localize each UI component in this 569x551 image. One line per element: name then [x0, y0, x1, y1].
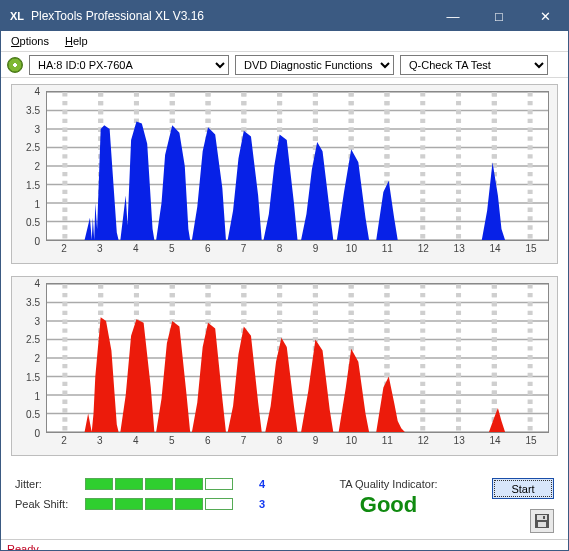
jitter-value: 4 — [245, 478, 265, 490]
chart-top: 00.511.522.533.54 23456789101112131415 — [11, 84, 558, 264]
toolbar: HA:8 ID:0 PX-760A DVD Diagnostic Functio… — [1, 52, 568, 78]
charts-area: 00.511.522.533.54 23456789101112131415 0… — [1, 78, 568, 456]
svg-rect-67 — [537, 515, 547, 520]
peak-label: Peak Shift: — [15, 498, 85, 510]
plot-bottom — [46, 283, 549, 433]
start-button[interactable]: Start — [492, 478, 554, 499]
window-title: PlexTools Professional XL V3.16 — [31, 9, 430, 23]
svg-rect-68 — [538, 522, 546, 527]
metrics: Jitter: 4 Peak Shift: 3 — [15, 478, 265, 510]
menu-help[interactable]: Help — [61, 33, 92, 49]
close-button[interactable]: ✕ — [522, 1, 568, 31]
ta-label: TA Quality Indicator: — [339, 478, 437, 490]
ta-indicator: TA Quality Indicator: Good — [285, 478, 492, 518]
ta-value: Good — [360, 492, 417, 518]
bottom-panel: Jitter: 4 Peak Shift: 3 TA Quality Indic… — [1, 468, 568, 539]
disc-icon — [7, 57, 23, 73]
floppy-icon — [534, 513, 550, 529]
chart-bottom: 00.511.522.533.54 23456789101112131415 — [11, 276, 558, 456]
peak-bar — [85, 498, 245, 510]
drive-select[interactable]: HA:8 ID:0 PX-760A — [29, 55, 229, 75]
minimize-button[interactable]: — — [430, 1, 476, 31]
menu-options[interactable]: Options — [7, 33, 53, 49]
function-select[interactable]: DVD Diagnostic Functions — [235, 55, 394, 75]
maximize-button[interactable]: □ — [476, 1, 522, 31]
jitter-label: Jitter: — [15, 478, 85, 490]
peak-value: 3 — [245, 498, 265, 510]
test-select[interactable]: Q-Check TA Test — [400, 55, 548, 75]
plot-top — [46, 91, 549, 241]
svg-rect-69 — [543, 516, 545, 519]
status-text: Ready — [7, 543, 39, 552]
jitter-bar — [85, 478, 245, 490]
titlebar: XL PlexTools Professional XL V3.16 — □ ✕ — [1, 1, 568, 31]
status-bar: Ready — [1, 539, 568, 551]
save-button[interactable] — [530, 509, 554, 533]
app-icon: XL — [9, 8, 25, 24]
menubar: Options Help — [1, 31, 568, 52]
